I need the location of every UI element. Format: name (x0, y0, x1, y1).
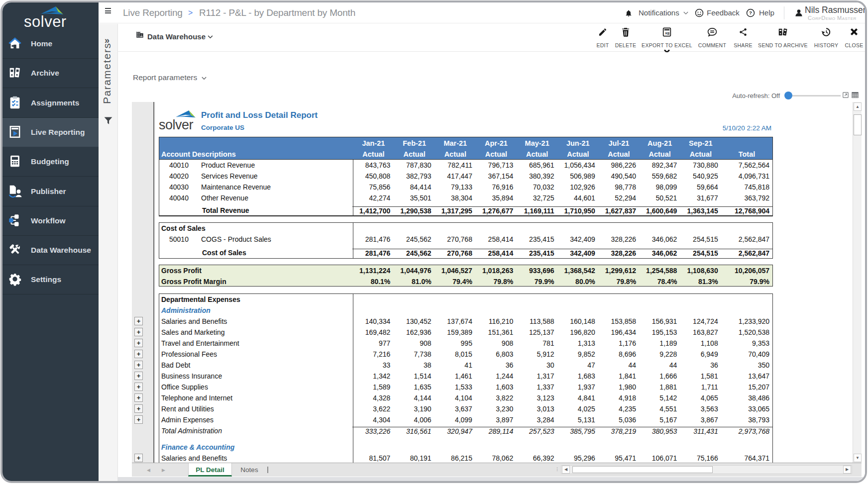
svg-text:x: x (665, 31, 667, 35)
svg-text:?: ? (749, 10, 752, 15)
